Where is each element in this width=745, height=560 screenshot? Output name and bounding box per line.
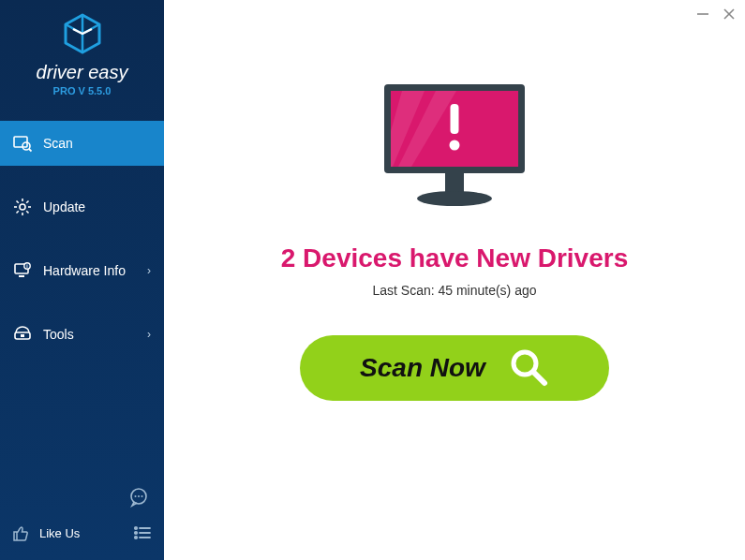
last-scan-label: Last Scan: 45 minute(s) ago	[372, 283, 536, 298]
nav-label: Update	[43, 199, 85, 214]
nav-item-update[interactable]: Update	[0, 184, 164, 229]
menu-list-icon[interactable]	[132, 523, 153, 543]
sidebar-bottom: Like Us	[0, 474, 164, 560]
thumbs-up-icon[interactable]	[11, 523, 30, 542]
tools-icon	[13, 325, 32, 344]
svg-rect-35	[445, 173, 464, 194]
svg-point-26	[135, 537, 137, 538]
svg-line-11	[26, 201, 28, 203]
magnify-icon	[508, 346, 549, 391]
chevron-right-icon: ›	[147, 264, 151, 277]
svg-point-36	[417, 191, 492, 206]
main-panel: 2 Devices have New Drivers Last Scan: 45…	[164, 0, 745, 560]
scan-button-label: Scan Now	[360, 353, 485, 383]
svg-rect-17	[21, 334, 24, 337]
nav-label: Scan	[43, 136, 73, 151]
center-content: 2 Devices have New Drivers Last Scan: 45…	[164, 0, 745, 401]
scan-now-button[interactable]: Scan Now	[300, 335, 609, 401]
brand-name: driver easy	[0, 62, 164, 83]
alert-monitor-icon	[370, 75, 539, 219]
svg-line-2	[29, 149, 32, 152]
hardware-icon: i	[13, 261, 32, 280]
close-button[interactable]	[723, 7, 736, 24]
svg-line-9	[26, 211, 28, 213]
chevron-right-icon: ›	[147, 328, 151, 341]
status-headline: 2 Devices have New Drivers	[281, 243, 628, 273]
nav-label: Tools	[43, 327, 74, 342]
like-us-label[interactable]: Like Us	[39, 526, 80, 540]
logo-area: driver easy PRO V 5.5.0	[0, 0, 164, 104]
scan-icon	[13, 134, 32, 153]
nav-label: Hardware Info	[43, 263, 126, 278]
svg-point-1	[22, 142, 30, 150]
svg-point-38	[450, 140, 460, 151]
svg-point-20	[138, 495, 140, 497]
svg-point-24	[135, 532, 137, 534]
window-controls	[696, 7, 736, 24]
svg-line-40	[533, 372, 544, 383]
svg-rect-37	[451, 104, 459, 134]
nav-item-tools[interactable]: Tools ›	[0, 312, 164, 357]
nav-item-scan[interactable]: Scan	[0, 121, 164, 166]
chat-icon[interactable]	[128, 494, 149, 510]
svg-point-19	[135, 495, 137, 497]
svg-rect-13	[19, 275, 24, 277]
nav-item-hardware-info[interactable]: i Hardware Info ›	[0, 248, 164, 293]
svg-point-21	[142, 495, 143, 497]
svg-line-10	[17, 211, 19, 213]
svg-line-8	[17, 201, 19, 203]
version-label: PRO V 5.5.0	[0, 85, 164, 96]
svg-point-22	[135, 527, 137, 529]
sidebar: driver easy PRO V 5.5.0 Scan	[0, 0, 164, 560]
nav: Scan Update	[0, 121, 164, 357]
logo-icon	[60, 11, 105, 56]
svg-point-3	[20, 204, 25, 210]
gear-icon	[13, 198, 32, 216]
minimize-button[interactable]	[696, 7, 709, 24]
